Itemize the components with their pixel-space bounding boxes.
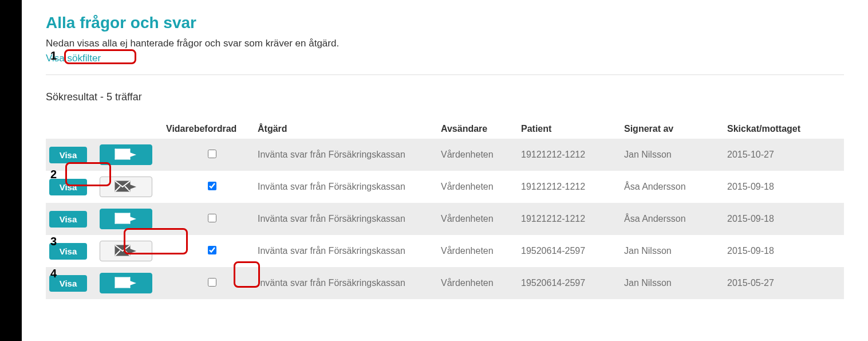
cell-patient: 19121212-1212 — [521, 150, 624, 160]
cell-skickat: 2015-05-27 — [727, 278, 830, 288]
visa-button[interactable]: Visa — [49, 179, 87, 195]
table-row: Visa Invänta svar från Försäkringskassan… — [46, 235, 844, 267]
cell-avsandare: Vårdenheten — [441, 150, 521, 160]
cell-atgard: Invänta svar från Försäkringskassan — [258, 150, 441, 160]
search-result-count: Sökresultat - 5 träffar — [46, 91, 844, 103]
cell-skickat: 2015-09-18 — [727, 182, 830, 192]
col-atgard: Åtgärd — [258, 124, 441, 134]
table-row: Visa Invänta svar från Försäkringskassan… — [46, 267, 844, 299]
visa-button[interactable]: Visa — [49, 243, 87, 260]
col-patient: Patient — [521, 124, 624, 134]
cell-skickat: 2015-09-18 — [727, 214, 830, 224]
cell-signerat: Jan Nilsson — [624, 150, 727, 160]
forward-button[interactable] — [100, 241, 152, 261]
cell-skickat: 2015-10-27 — [727, 150, 830, 160]
cell-patient: 19520614-2597 — [521, 246, 624, 256]
cell-signerat: Jan Nilsson — [624, 246, 727, 256]
cell-patient: 19520614-2597 — [521, 278, 624, 288]
cell-signerat: Jan Nilsson — [624, 278, 727, 288]
cell-avsandare: Vårdenheten — [441, 182, 521, 192]
forward-mail-icon — [115, 148, 137, 161]
vidarebefordrad-checkbox[interactable] — [208, 150, 216, 158]
left-black-bar — [0, 0, 22, 341]
table-row: Visa Invänta svar från Försäkringskassan… — [46, 139, 844, 171]
cell-patient: 19121212-1212 — [521, 214, 624, 224]
cell-skickat: 2015-09-18 — [727, 246, 830, 256]
forward-button[interactable] — [100, 273, 152, 293]
forward-button[interactable] — [100, 209, 152, 229]
show-filter-link[interactable]: Visa sökfilter — [46, 53, 101, 64]
cell-atgard: Invänta svar från Försäkringskassan — [258, 246, 441, 256]
table-row: Visa Invänta svar från Försäkringskassan… — [46, 171, 844, 203]
table-header-row: Vidarebefordrad Åtgärd Avsändare Patient… — [46, 119, 844, 139]
forward-button[interactable] — [100, 144, 152, 165]
vidarebefordrad-checkbox[interactable] — [208, 182, 216, 190]
results-table: Vidarebefordrad Åtgärd Avsändare Patient… — [46, 119, 844, 299]
col-vidarebefordrad: Vidarebefordrad — [166, 124, 258, 134]
forward-mail-icon — [115, 213, 137, 225]
cell-avsandare: Vårdenheten — [441, 214, 521, 224]
cell-atgard: Invänta svar från Försäkringskassan — [258, 214, 441, 224]
divider — [46, 75, 844, 75]
visa-button[interactable]: Visa — [49, 211, 87, 228]
main-content: Alla frågor och svar Nedan visas alla ej… — [22, 0, 868, 341]
cell-signerat: Åsa Andersson — [624, 214, 727, 224]
page-title: Alla frågor och svar — [46, 14, 844, 32]
cell-signerat: Åsa Andersson — [624, 182, 727, 192]
forward-mail-icon — [115, 277, 137, 289]
cell-avsandare: Vårdenheten — [441, 246, 521, 256]
vidarebefordrad-checkbox[interactable] — [208, 278, 216, 287]
visa-button[interactable]: Visa — [49, 275, 87, 292]
col-skickat-mottaget: Skickat/mottaget — [727, 124, 830, 134]
forward-mail-icon — [115, 181, 137, 193]
vidarebefordrad-checkbox[interactable] — [208, 214, 216, 222]
cell-atgard: Invänta svar från Försäkringskassan — [258, 182, 441, 192]
forward-button[interactable] — [100, 177, 152, 197]
vidarebefordrad-checkbox[interactable] — [208, 246, 216, 254]
col-signerat-av: Signerat av — [624, 124, 727, 134]
cell-atgard: Invänta svar från Försäkringskassan — [258, 278, 441, 288]
visa-button[interactable]: Visa — [49, 147, 87, 163]
cell-patient: 19121212-1212 — [521, 182, 624, 192]
table-row: Visa Invänta svar från Försäkringskassan… — [46, 203, 844, 235]
col-avsandare: Avsändare — [441, 124, 521, 134]
cell-avsandare: Vårdenheten — [441, 278, 521, 288]
page-subtitle: Nedan visas alla ej hanterade frågor och… — [46, 38, 844, 49]
forward-mail-icon — [115, 245, 137, 257]
